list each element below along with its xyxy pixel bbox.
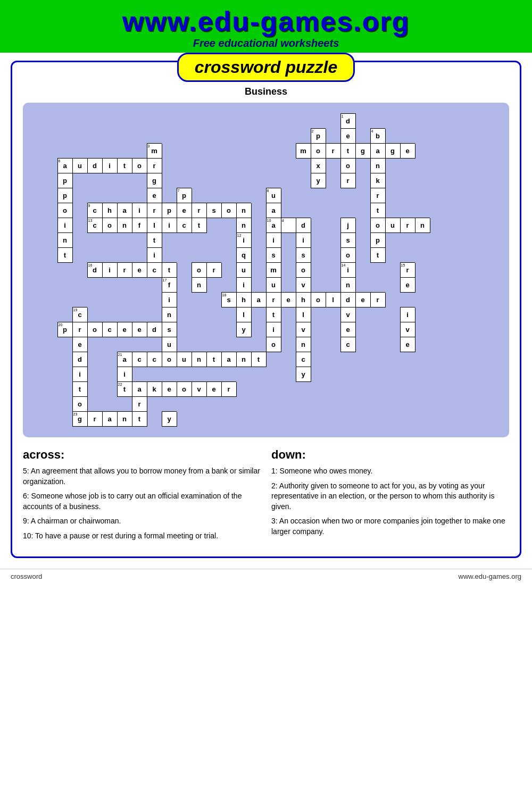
table-row: 4b — [370, 129, 385, 144]
table-row: t — [206, 352, 221, 367]
table-row: 18s — [221, 293, 236, 307]
table-row: 20p — [57, 322, 72, 337]
table-row: c — [102, 322, 117, 337]
table-row: s — [296, 248, 311, 263]
table-row: o — [370, 218, 385, 233]
table-row: o — [266, 337, 281, 352]
table-row: o — [311, 293, 326, 307]
main-content: crossword puzzle Business 1d 2p e — [11, 61, 521, 558]
table-row: h — [296, 293, 311, 307]
table-row: 23g — [72, 412, 87, 427]
table-row: r — [266, 293, 281, 307]
table-row: t — [147, 233, 162, 248]
table-row: r — [72, 322, 87, 337]
table-row: n — [236, 203, 251, 218]
table-row: 16d — [87, 263, 102, 278]
clue-across-9: 9: A chairman or chairwoman. — [23, 516, 261, 527]
down-clues: down: 1: Someone who owes money. 2: Auth… — [271, 448, 509, 546]
table-row: r — [221, 382, 236, 397]
table-row: i — [57, 218, 72, 233]
table-row: o — [340, 159, 355, 173]
table-row: e — [162, 382, 177, 397]
table-row: l — [236, 307, 251, 322]
table-row: 21a — [117, 352, 132, 367]
table-row: o — [296, 263, 311, 278]
clues-section: across: 5: An agreement that allows you … — [23, 448, 509, 546]
table-row: d — [147, 322, 162, 337]
table-row: r — [400, 218, 415, 233]
topic-label: Business — [12, 86, 520, 97]
table-row: c — [147, 352, 162, 367]
table-row: p — [57, 188, 72, 203]
table-row: s — [206, 203, 221, 218]
table-row: p — [162, 203, 177, 218]
table-row: l — [296, 307, 311, 322]
table-row: d — [296, 218, 311, 233]
table-row: a — [221, 352, 236, 367]
table-row: y — [162, 412, 177, 427]
table-row: t — [266, 307, 281, 322]
table-row: a — [132, 382, 147, 397]
table-row: 3m — [147, 144, 162, 159]
site-subtitle: Free educational worksheets — [11, 37, 521, 49]
table-row: k — [147, 382, 162, 397]
table-row: x — [311, 159, 326, 173]
down-heading: down: — [271, 448, 509, 462]
table-row: s — [162, 322, 177, 337]
table-row: g — [355, 144, 370, 159]
table-row: r — [117, 263, 132, 278]
table-row: n — [162, 307, 177, 322]
table-row: d — [340, 293, 355, 307]
table-row: e — [117, 322, 132, 337]
clue-down-1: 1: Someone who owes money. — [271, 466, 509, 477]
footer: crossword www.edu-games.org — [0, 569, 532, 584]
clue-down-2: 2: Authority given to someone to act for… — [271, 481, 509, 512]
table-row: t — [72, 382, 87, 397]
table-row: e — [147, 188, 162, 203]
table-row: a — [251, 293, 266, 307]
table-row: u — [385, 218, 400, 233]
table-row: 1d — [340, 114, 355, 129]
grid-container: 1d 2p e 4b 3m — [23, 103, 509, 437]
across-clues: across: 5: An agreement that allows you … — [23, 448, 261, 546]
table-row: u — [162, 337, 177, 352]
table-row: n — [192, 278, 206, 293]
clue-across-6: 6: Someone whose job is to carry out an … — [23, 491, 261, 512]
table-row: r — [147, 159, 162, 173]
table-row: o — [132, 159, 147, 173]
table-row: 6a — [57, 159, 72, 173]
table-row: a — [102, 412, 117, 427]
table-row: e — [132, 322, 147, 337]
table-row: o — [57, 203, 72, 218]
puzzle-title-container: crossword puzzle — [12, 53, 520, 82]
table-row: i — [102, 159, 117, 173]
table-row: r — [370, 188, 385, 203]
table-row: o — [162, 352, 177, 367]
table-row: t — [192, 218, 206, 233]
table-row: n — [370, 159, 385, 173]
table-row: n — [236, 352, 251, 367]
table-row: 7p — [177, 188, 192, 203]
footer-right: www.edu-games.org — [459, 572, 522, 580]
table-row: o — [102, 218, 117, 233]
table-row: i — [102, 263, 117, 278]
table-row: v — [340, 307, 355, 322]
table-row: y — [311, 173, 326, 188]
table-row: a — [370, 144, 385, 159]
table-row: o — [177, 382, 192, 397]
table-row: i — [266, 322, 281, 337]
table-row: c — [147, 263, 162, 278]
table-row: e — [206, 382, 221, 397]
table-row: d — [72, 352, 87, 367]
table-row: e — [400, 144, 415, 159]
table-row: e — [340, 129, 355, 144]
table-row: i — [132, 203, 147, 218]
table-row: u — [236, 263, 251, 278]
table-row: q — [236, 248, 251, 263]
table-row: u — [266, 278, 281, 293]
table-row: m — [266, 263, 281, 278]
clue-down-3: 3: An occasion when two or more companie… — [271, 516, 509, 537]
table-row: n — [296, 337, 311, 352]
table-row: n — [117, 412, 132, 427]
table-row: u — [72, 159, 87, 173]
